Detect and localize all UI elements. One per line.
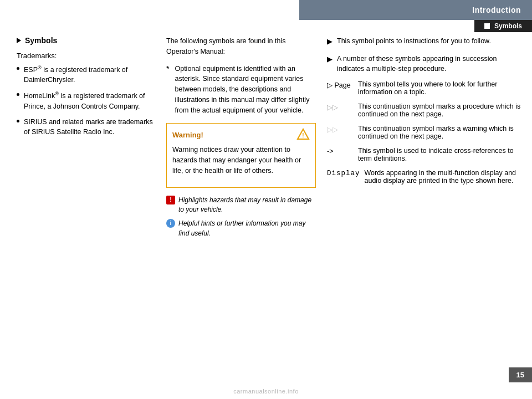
arrow-icon-1: ▶ xyxy=(327,37,332,47)
symbol-row-2: ▶ A number of these symbols appearing in… xyxy=(327,54,521,74)
page-number: 15 xyxy=(509,367,532,382)
bullet-list: ESP® is a registered trademark of Daimle… xyxy=(17,64,155,137)
svg-text:!: ! xyxy=(302,132,304,139)
continuation-row-1: ▷▷ This continuation symbol marks a proc… xyxy=(327,103,521,118)
continuation-text-2: This continuation symbol marks a warning… xyxy=(358,125,521,140)
continuation-row-2: ▷▷ This continuation symbol marks a warn… xyxy=(327,125,521,140)
arrow-dash-label: -> xyxy=(327,147,354,155)
left-column: Symbols Trademarks: ESP® is a registered… xyxy=(17,36,155,366)
bullet-text: SIRIUS and related marks are trademarks … xyxy=(24,117,155,137)
arrow-text-1: This symbol points to instructions for y… xyxy=(337,36,521,46)
bullet-dot xyxy=(17,120,19,122)
warning-box: Warning! ! Warning notices draw your att… xyxy=(166,123,316,187)
page-row: ▷ Page This symbol tells you where to lo… xyxy=(327,80,521,96)
asterisk-symbol: * xyxy=(166,63,169,75)
asterisk-row: * Optional equipment is identified with … xyxy=(166,64,316,116)
page-text: This symbol tells you where to look for … xyxy=(358,80,521,96)
symbol-row-1: ▶ This symbol points to instructions for… xyxy=(327,36,521,47)
section-title-label: Symbols xyxy=(25,36,57,45)
triangle-icon xyxy=(17,38,21,43)
bullet-dot xyxy=(17,67,19,70)
info-text: Helpful hints or further information you… xyxy=(178,219,316,238)
header-title: Introduction xyxy=(472,6,521,14)
continuation-label-1: ▷▷ xyxy=(327,103,354,111)
hazard-text: Highlights hazards that may result in da… xyxy=(178,196,316,215)
continuation-text-1: This continuation symbol marks a procedu… xyxy=(358,103,521,118)
right-column: ▶ This symbol points to instructions for… xyxy=(327,36,521,366)
asterisk-text: Optional equipment is identified with an… xyxy=(175,64,316,116)
arrow-dash-text: This symbol is used to indicate cross-re… xyxy=(358,147,521,162)
warning-triangle-icon: ! xyxy=(296,128,310,141)
display-row: Display Words appearing in the multi-fun… xyxy=(327,169,521,185)
header-bar: Introduction xyxy=(299,0,532,20)
list-item: ESP® is a registered trademark of Daimle… xyxy=(17,64,155,85)
section-title: Symbols xyxy=(17,36,155,45)
list-item: HomeLink® is a registered trademark of P… xyxy=(17,90,155,111)
continuation-label-2: ▷▷ xyxy=(327,125,354,134)
display-text: Words appearing in the multi-function di… xyxy=(365,169,521,185)
symbols-tab-label: Symbols xyxy=(494,22,522,30)
page-label: ▷ Page xyxy=(327,81,354,89)
middle-column: The following symbols are found in this … xyxy=(166,36,316,366)
display-label: Display xyxy=(327,170,360,177)
intro-text: The following symbols are found in this … xyxy=(166,36,316,57)
arrow-dash-row: -> This symbol is used to indicate cross… xyxy=(327,147,521,162)
info-row: i Helpful hints or further information y… xyxy=(166,219,316,238)
arrow-icon-2: ▶ xyxy=(327,54,332,65)
hazard-row: ! Highlights hazards that may result in … xyxy=(166,196,316,215)
bullet-dot xyxy=(17,93,19,96)
info-icon: i xyxy=(166,219,175,228)
trademarks-label: Trademarks: xyxy=(17,52,155,60)
watermark: carmanualsonline.info xyxy=(233,388,299,395)
warning-label: Warning! xyxy=(172,131,203,139)
warning-header: Warning! ! xyxy=(172,128,310,141)
bullet-text: HomeLink® is a registered trademark of P… xyxy=(24,90,155,111)
arrow-text-2: A number of these symbols appearing in s… xyxy=(337,54,521,74)
hazard-icon: ! xyxy=(166,196,175,204)
warning-body: Warning notices draw your attention to h… xyxy=(172,145,310,176)
main-content: Symbols Trademarks: ESP® is a registered… xyxy=(0,30,532,366)
bullet-text: ESP® is a registered trademark of Daimle… xyxy=(24,64,155,85)
list-item: SIRIUS and related marks are trademarks … xyxy=(17,117,155,137)
